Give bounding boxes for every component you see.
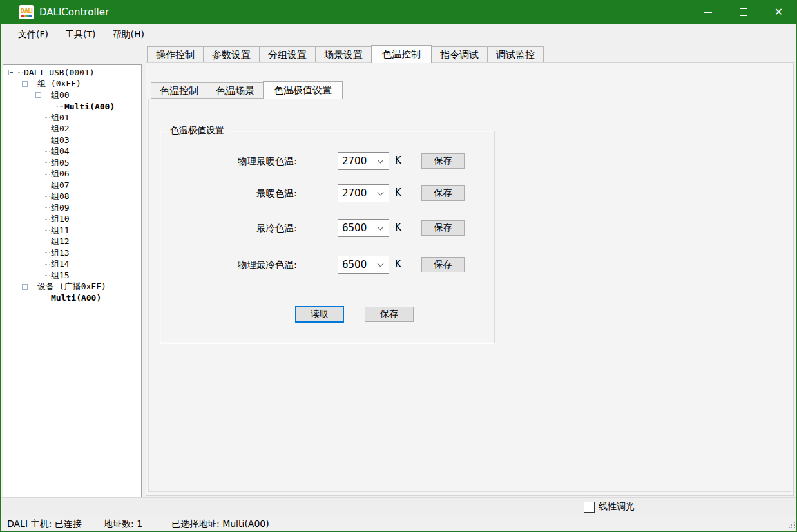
chevron-down-icon[interactable] [378, 261, 384, 267]
menu-item[interactable]: 工具(T) [62, 25, 99, 43]
tree-item-label: 组12 [51, 236, 70, 247]
minimize-icon [704, 12, 712, 13]
tree-item[interactable]: 组02 [3, 124, 141, 135]
main-tab[interactable]: 指令调试 [431, 46, 488, 62]
tree-connector [44, 242, 50, 242]
tree-item-label: DALI USB(0001) [24, 68, 95, 77]
tree-item[interactable]: 组05 [3, 157, 141, 169]
tree-item[interactable]: 组14 [3, 259, 141, 271]
tree-item[interactable]: 设备 (广播0xFF) [3, 281, 141, 293]
field-label: 物理最冷色温: [160, 259, 297, 271]
tree-item[interactable]: Multi(A00) [3, 101, 141, 113]
save-button[interactable]: 保存 [421, 220, 465, 236]
tree-item[interactable]: 组08 [3, 191, 141, 203]
ct-field-row: 最冷色温: 6500 K 保存 [160, 219, 494, 237]
combobox-value: 2700 [338, 155, 378, 167]
menu-item[interactable]: 帮助(H) [109, 25, 147, 43]
tree-collapse-icon[interactable] [22, 81, 28, 87]
tree-item-label: 组09 [51, 202, 70, 214]
main-tab-strip: 操作控制参数设置分组设置场景设置色温控制指令调试调试监控 [147, 45, 543, 63]
minimize-button[interactable] [690, 0, 725, 24]
ct-value-combobox[interactable]: 6500 [338, 219, 389, 237]
linear-dimming-toggle[interactable]: 线性调光 [584, 501, 635, 513]
tree-connector [44, 196, 50, 197]
app-icon-colorbar [21, 15, 32, 17]
tree-collapse-icon[interactable] [22, 284, 28, 290]
ct-value-combobox[interactable]: 2700 [338, 152, 389, 170]
tree-connector [44, 129, 50, 129]
titlebar[interactable]: DALI DALIController ✕ [1, 0, 796, 24]
tree-item[interactable]: 组11 [3, 225, 141, 236]
tree-item-label: 组08 [51, 191, 70, 202]
chevron-down-icon[interactable] [378, 224, 384, 231]
ct-field-row: 最暖色温: 2700 K 保存 [160, 184, 494, 202]
tree-collapse-icon[interactable] [35, 92, 41, 98]
ct-tab[interactable]: 色温极值设置 [263, 81, 343, 99]
unit-label: K [395, 187, 401, 198]
main-tab[interactable]: 分组设置 [259, 46, 316, 62]
tree-collapse-icon[interactable] [8, 70, 14, 75]
ct-tab[interactable]: 色温控制 [151, 82, 207, 99]
tree-connector [17, 72, 23, 73]
ct-value-combobox[interactable]: 6500 [338, 256, 389, 274]
chevron-down-icon[interactable] [378, 157, 384, 164]
tree-item[interactable]: 组13 [3, 247, 141, 259]
tree-item-label: 组15 [51, 270, 70, 281]
ct-limits-page: 色温极值设置 物理最暖色温: 2700 K 保存 最暖色温: 2700 [148, 99, 791, 492]
save-button[interactable]: 保存 [421, 257, 465, 272]
linear-dimming-checkbox[interactable] [584, 502, 595, 513]
tree-connector [44, 275, 50, 276]
tree-item[interactable]: 组06 [3, 169, 141, 180]
close-button[interactable]: ✕ [761, 0, 796, 24]
main-tab[interactable]: 参数设置 [203, 46, 260, 62]
tree-item[interactable]: Multi(A00) [3, 292, 141, 304]
app-icon-text: DALI [21, 8, 33, 14]
main-tab[interactable]: 场景设置 [315, 46, 372, 62]
selected-address: 已选择地址: Multi(A00) [171, 518, 269, 530]
tree-item-label: 组10 [51, 213, 70, 225]
save-all-button[interactable]: 保存 [365, 307, 414, 322]
main-tab[interactable]: 操作控制 [147, 46, 204, 62]
tree-item[interactable]: 组07 [3, 180, 141, 191]
tree-item[interactable]: 组09 [3, 202, 141, 214]
tree-item-label: Multi(A00) [51, 293, 101, 303]
tree-item[interactable]: 组10 [3, 214, 141, 225]
maximize-button[interactable] [725, 0, 761, 24]
tree-connector [44, 264, 50, 265]
save-button[interactable]: 保存 [421, 185, 465, 201]
main-tab[interactable]: 色温控制 [371, 45, 432, 63]
footer-strip: 线性调光 [1, 497, 797, 517]
tree-item[interactable]: 组12 [3, 236, 141, 248]
tree-item[interactable]: 组00 [3, 90, 141, 101]
combobox-value: 2700 [338, 187, 378, 199]
resize-grip-icon[interactable] [794, 527, 795, 528]
chevron-down-icon[interactable] [378, 189, 384, 196]
device-tree[interactable]: DALI USB(0001) 组 (0xFF) 组00 Multi(A00) 组… [3, 64, 142, 497]
tree-connector [44, 252, 50, 253]
statusbar: DALI 主机: 已连接 地址数: 1 已选择地址: Multi(A00) [1, 517, 797, 531]
tree-connector [44, 185, 50, 185]
tree-item[interactable]: DALI USB(0001) [3, 67, 141, 79]
ct-tab[interactable]: 色温场景 [207, 82, 264, 99]
menu-item[interactable]: 文件(F) [15, 25, 52, 43]
tree-item[interactable]: 组03 [3, 135, 141, 146]
tree-connector [30, 84, 36, 84]
tree-item-label: 组06 [51, 168, 70, 180]
tree-item-label: 组13 [51, 247, 70, 259]
tree-connector [44, 207, 50, 208]
tree-item[interactable]: 组01 [3, 112, 141, 124]
tree-item-label: 组00 [51, 90, 70, 101]
main-tab[interactable]: 调试监控 [487, 46, 544, 62]
read-button[interactable]: 读取 [295, 306, 344, 323]
ct-value-combobox[interactable]: 2700 [338, 184, 389, 202]
tree-item-label: 组05 [51, 157, 70, 169]
tree-item-label: 组02 [51, 123, 70, 135]
tree-item[interactable]: 组 (0xFF) [3, 79, 141, 90]
tree-item[interactable]: 组15 [3, 270, 141, 281]
ct-field-row: 物理最冷色温: 6500 K 保存 [160, 256, 494, 274]
maximize-icon [740, 8, 747, 16]
unit-label: K [395, 258, 401, 270]
unit-label: K [395, 222, 401, 233]
save-button[interactable]: 保存 [421, 153, 465, 169]
tree-item[interactable]: 组04 [3, 146, 141, 158]
